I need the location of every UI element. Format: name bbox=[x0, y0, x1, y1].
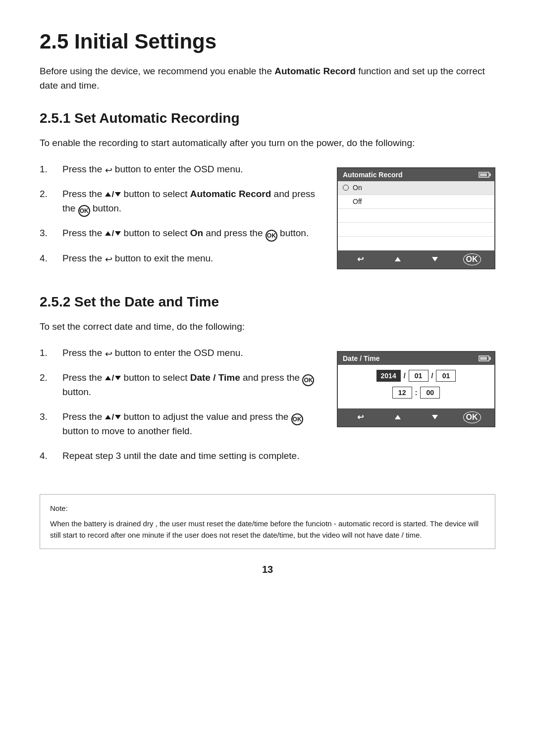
tri-down-icon-2 bbox=[115, 231, 121, 236]
osd-header-dt: Date / Time bbox=[338, 352, 494, 365]
osd-footer-dt: ↩ OK bbox=[338, 408, 494, 426]
note-text: When the battery is drained dry , the us… bbox=[50, 519, 479, 539]
osd-empty-2 bbox=[338, 223, 494, 237]
step-num-3: 3. bbox=[40, 226, 54, 241]
slash-3: / bbox=[112, 373, 114, 383]
section-251-description: To enable the recording to start automat… bbox=[40, 136, 495, 151]
tri-up-icon-3 bbox=[105, 376, 111, 380]
ok-icon-2: OK bbox=[266, 230, 277, 242]
osd-month-field: 01 bbox=[409, 370, 428, 382]
osd-empty-3 bbox=[338, 237, 494, 251]
note-label: Note: bbox=[50, 503, 485, 514]
slash-4: / bbox=[112, 412, 114, 422]
intro-text-start: Before using the device, we recommend yo… bbox=[40, 66, 274, 76]
section-252-steps: 1. Press the ↩ button to enter the OSD m… bbox=[40, 346, 317, 474]
osd-dt-tri-down bbox=[432, 415, 438, 419]
step-1-content: Press the ↩ button to enter the OSD menu… bbox=[62, 162, 317, 177]
tri-up-icon-4 bbox=[105, 415, 111, 419]
section-252-description: To set the correct date and time, do the… bbox=[40, 320, 495, 334]
step-252-2: 2. Press the / button to select Date / T… bbox=[40, 371, 317, 399]
osd-sep-2: / bbox=[431, 372, 433, 380]
osd-dt-tri-up bbox=[395, 415, 401, 419]
osd-tri-down bbox=[432, 257, 438, 261]
osd-dt-up-btn bbox=[389, 411, 407, 423]
osd-sep-colon: : bbox=[415, 389, 418, 397]
ok-icon-3: OK bbox=[302, 374, 314, 386]
step-252-num-2: 2. bbox=[40, 371, 54, 399]
step-252-num-4: 4. bbox=[40, 449, 54, 463]
section-251-title: 2.5.1 Set Automatic Recording bbox=[40, 110, 495, 126]
return-icon-2: ↩ bbox=[105, 253, 112, 266]
step-252-3-content: Press the / button to adjust the value a… bbox=[62, 410, 317, 438]
osd-year-field: 2014 bbox=[376, 370, 401, 382]
osd-dt-back-btn: ↩ bbox=[352, 411, 370, 423]
osd-on-label: On bbox=[353, 184, 362, 192]
osd-down-btn bbox=[426, 253, 444, 265]
section-251-steps: 1. Press the ↩ button to enter the OSD m… bbox=[40, 162, 317, 277]
intro-bold: Automatic Record bbox=[274, 66, 356, 76]
tri-down-icon-4 bbox=[115, 415, 121, 419]
tri-down-icon bbox=[115, 192, 121, 197]
step-251-2: 2. Press the / button to select Automati… bbox=[40, 187, 317, 215]
section-251-content: 1. Press the ↩ button to enter the OSD m… bbox=[40, 162, 495, 277]
date-time-label: Date / Time bbox=[190, 372, 240, 383]
osd-minute-field: 00 bbox=[420, 387, 440, 399]
page-number: 13 bbox=[40, 564, 495, 575]
battery-icon-ar bbox=[479, 172, 489, 178]
intro-paragraph: Before using the device, we recommend yo… bbox=[40, 64, 495, 93]
osd-row-off: Off bbox=[338, 195, 494, 209]
osd-footer-ar: ↩ OK bbox=[338, 251, 494, 268]
step-252-4: 4. Repeat step 3 until the date and time… bbox=[40, 449, 317, 463]
automatic-record-label: Automatic Record bbox=[190, 189, 271, 199]
osd-ok-btn: OK bbox=[463, 253, 481, 265]
on-label: On bbox=[190, 228, 203, 238]
step-252-2-content: Press the / button to select Date / Time… bbox=[62, 371, 317, 399]
osd-dt-spacer bbox=[338, 403, 494, 408]
osd-up-btn bbox=[389, 253, 407, 265]
section-252-content: 1. Press the ↩ button to enter the OSD m… bbox=[40, 346, 495, 474]
step-num-4: 4. bbox=[40, 252, 54, 266]
step-251-4: 4. Press the ↩ button to exit the menu. bbox=[40, 252, 317, 266]
step-252-4-content: Repeat step 3 until the date and time se… bbox=[62, 449, 317, 463]
step-252-1-content: Press the ↩ button to enter the OSD menu… bbox=[62, 346, 317, 360]
step-251-1: 1. Press the ↩ button to enter the OSD m… bbox=[40, 162, 317, 177]
page-title: 2.5 Initial Settings bbox=[40, 30, 495, 53]
step-252-num-1: 1. bbox=[40, 346, 54, 360]
slash-2: / bbox=[112, 229, 114, 238]
section-251: 2.5.1 Set Automatic Recording To enable … bbox=[40, 110, 495, 276]
tri-down-icon-3 bbox=[115, 376, 121, 380]
section-252: 2.5.2 Set the Date and Time To set the c… bbox=[40, 294, 495, 474]
osd-back-btn: ↩ bbox=[352, 253, 370, 265]
osd-sep-1: / bbox=[404, 372, 406, 380]
osd-off-label: Off bbox=[343, 198, 362, 205]
radio-on bbox=[343, 185, 349, 191]
ok-icon: OK bbox=[78, 205, 90, 217]
return-icon-3: ↩ bbox=[105, 348, 112, 361]
osd-automatic-record: Automatic Record On Off ↩ OK bbox=[337, 167, 495, 269]
osd-dt-ok-btn: OK bbox=[463, 411, 481, 423]
osd-title-ar: Automatic Record bbox=[343, 171, 403, 179]
osd-title-dt: Date / Time bbox=[343, 354, 379, 362]
osd-day-field: 01 bbox=[436, 370, 456, 382]
step-num-2: 2. bbox=[40, 187, 54, 215]
tri-up-icon-2 bbox=[105, 231, 111, 236]
return-icon: ↩ bbox=[105, 164, 112, 177]
section-252-title: 2.5.2 Set the Date and Time bbox=[40, 294, 495, 310]
step-251-3: 3. Press the / button to select On and p… bbox=[40, 226, 317, 241]
step-num-1: 1. bbox=[40, 162, 54, 177]
osd-box-ar: Automatic Record On Off ↩ OK bbox=[337, 167, 495, 269]
osd-tri-up bbox=[395, 257, 401, 261]
step-3-content: Press the / button to select On and pres… bbox=[62, 226, 317, 241]
osd-hour-field: 12 bbox=[392, 387, 412, 399]
osd-header-ar: Automatic Record bbox=[338, 168, 494, 181]
osd-row-on: On bbox=[338, 181, 494, 195]
osd-dt-time-row: 12 : 00 bbox=[338, 385, 494, 403]
ok-icon-4: OK bbox=[291, 413, 303, 425]
step-2-content: Press the / button to select Automatic R… bbox=[62, 187, 317, 215]
battery-icon-dt bbox=[479, 355, 489, 361]
osd-dt-down-btn bbox=[426, 411, 444, 423]
osd-dt-date-row: 2014 / 01 / 01 bbox=[338, 365, 494, 385]
osd-empty-1 bbox=[338, 209, 494, 223]
tri-up-icon bbox=[105, 192, 111, 197]
osd-box-dt: Date / Time 2014 / 01 / 01 12 : 00 ↩ bbox=[337, 351, 495, 427]
